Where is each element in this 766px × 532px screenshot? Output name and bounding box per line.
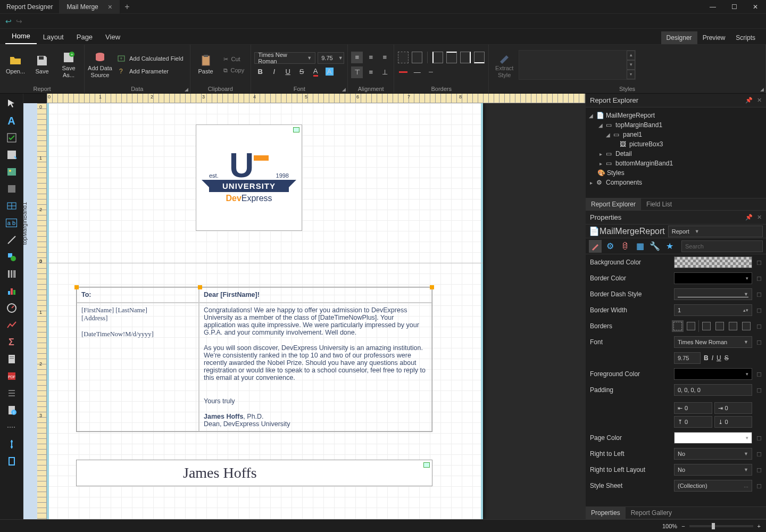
line-tool[interactable] [1, 232, 22, 248]
rtl-layout-select[interactable]: No▼ [674, 464, 752, 476]
border-width-button[interactable]: — [411, 66, 423, 78]
strike-button[interactable]: S [296, 66, 307, 78]
barcode-tool[interactable] [1, 266, 22, 282]
band-label-strip[interactable]: topMarginBand1 [23, 103, 37, 519]
align-left-button[interactable]: ≡ [351, 52, 363, 63]
data-group-launcher-icon[interactable]: ◢ [185, 87, 188, 92]
horizontal-ruler[interactable]: 012345678 [47, 94, 585, 103]
view-tab-designer[interactable]: Designer [661, 31, 697, 44]
character-comb-tool[interactable]: a b [1, 215, 22, 231]
vertical-ruler[interactable]: 01230123 [37, 103, 47, 519]
tab-properties[interactable]: Properties [586, 507, 626, 519]
panel-close-icon[interactable]: ✕ [757, 97, 762, 104]
logo-picturebox[interactable]: U est.1998 UNIVERSITY DevExpress [196, 124, 302, 231]
padding-top-input[interactable]: ⤒0 [674, 416, 712, 428]
maximize-button[interactable]: ☐ [723, 0, 745, 14]
to-label-cell[interactable]: To: [77, 287, 199, 303]
prop-border-top[interactable] [714, 320, 726, 332]
prop-border-left[interactable] [701, 320, 712, 332]
paste-button[interactable]: Paste [194, 54, 218, 74]
tree-node[interactable]: ▸▭Detail [588, 149, 764, 159]
object-type-select[interactable]: Report▼ [668, 226, 763, 237]
background-color-picker[interactable]: ▾ [674, 256, 752, 268]
padding-right-input[interactable]: ⇥0 [714, 402, 753, 414]
category-data-icon[interactable]: 🛢 [619, 240, 631, 253]
align-bottom-button[interactable]: ⊥ [379, 66, 390, 78]
prop-border-all[interactable] [685, 320, 697, 332]
undo-icon[interactable]: ↩ [5, 17, 12, 26]
gallery-up-icon[interactable]: ▲ [627, 51, 635, 60]
zoom-slider[interactable] [689, 525, 753, 527]
chart-tool[interactable] [1, 283, 22, 299]
prop-strike-toggle[interactable]: S [725, 354, 729, 362]
zoom-in-button[interactable]: + [757, 523, 761, 529]
report-explorer-tree[interactable]: ◢📄MailMergeReport ◢▭topMarginBand1 ◢▭pan… [586, 107, 766, 198]
extract-style-button[interactable]: Extract Style [492, 51, 517, 78]
minimize-button[interactable]: — [702, 0, 723, 14]
category-misc-icon[interactable]: 🔧 [648, 240, 661, 253]
align-top-button[interactable]: ⊤ [351, 66, 363, 78]
signature-picturebox[interactable]: James Hoffs [76, 460, 432, 486]
cut-button[interactable]: ✂Cut [220, 55, 248, 64]
save-button[interactable]: Save [30, 54, 54, 74]
align-middle-button[interactable]: ≡ [365, 66, 377, 78]
ribbon-tab-view[interactable]: View [99, 30, 127, 44]
tree-node-styles[interactable]: 🎨Styles [588, 168, 764, 178]
panel-tool[interactable] [1, 181, 22, 197]
rtl-select[interactable]: No▼ [674, 448, 752, 460]
shape-tool[interactable] [1, 249, 22, 265]
padding-bottom-input[interactable]: ⤓0 [714, 416, 753, 428]
highlight-button[interactable]: A [323, 66, 335, 78]
pin-icon[interactable]: 📌 [745, 97, 753, 104]
italic-button[interactable]: I [268, 66, 280, 78]
tree-node[interactable]: ◢▭panel1 [588, 130, 764, 139]
property-grid[interactable]: Background Color▾◻ Border Color▾◻ Border… [586, 254, 766, 506]
table-tool[interactable] [1, 198, 22, 214]
font-color-button[interactable]: A [310, 66, 321, 78]
label-tool[interactable]: A [1, 113, 22, 129]
category-appearance-icon[interactable] [589, 240, 602, 253]
align-right-button[interactable]: ≡ [379, 52, 390, 63]
save-as-button[interactable]: +Save As... [56, 51, 81, 78]
new-tab-button[interactable]: + [120, 2, 134, 12]
add-calculated-field-button[interactable]: +Add Calculated Field [114, 53, 187, 64]
dear-cell[interactable]: Dear [FirstName]! [199, 287, 432, 303]
gallery-down-icon[interactable]: ▼ [627, 60, 635, 70]
tab-report-explorer[interactable]: Report Explorer [586, 198, 641, 210]
ribbon-tab-layout[interactable]: Layout [37, 30, 70, 44]
styles-gallery[interactable]: ▲▼▾ [519, 50, 636, 80]
align-center-button[interactable]: ≡ [365, 52, 377, 63]
bold-button[interactable]: B [254, 66, 266, 78]
foreground-color-picker[interactable]: ▾ [674, 368, 752, 380]
body-cell[interactable]: Congratulations! We are happy to offer y… [199, 303, 432, 431]
tree-node[interactable]: ◢▭topMarginBand1 [588, 120, 764, 130]
address-cell[interactable]: [FirstName] [LastName] [Address] [DateTi… [77, 303, 199, 431]
border-left-button[interactable] [432, 52, 444, 63]
document-tab[interactable]: Mail Merge × [59, 0, 120, 14]
styles-group-launcher-icon[interactable]: ◢ [760, 87, 764, 92]
border-none-button[interactable] [397, 52, 409, 63]
pdf-content-tool[interactable]: PDF [1, 368, 22, 384]
crossband-line-tool[interactable] [1, 436, 22, 452]
border-right-button[interactable] [460, 52, 471, 63]
tree-node-report[interactable]: ◢📄MailMergeReport [588, 111, 764, 120]
view-tab-scripts[interactable]: Scripts [730, 31, 761, 44]
tree-node[interactable]: ▸▭bottomMarginBand1 [588, 159, 764, 168]
pivot-tool[interactable]: Σ [1, 334, 22, 350]
crossband-box-tool[interactable] [1, 453, 22, 469]
tab-close-icon[interactable]: × [108, 3, 112, 11]
page-color-picker[interactable]: ▾ [674, 432, 752, 444]
redo-icon[interactable]: ↪ [16, 17, 22, 26]
checkbox-tool[interactable] [1, 130, 22, 146]
tab-report-gallery[interactable]: Report Gallery [626, 507, 677, 519]
zoom-out-button[interactable]: − [681, 523, 685, 529]
font-group-launcher-icon[interactable]: ◢ [342, 87, 346, 92]
toc-tool[interactable] [1, 385, 22, 401]
report-page[interactable]: U est.1998 UNIVERSITY DevExpress [47, 103, 483, 519]
border-width-input[interactable]: 1▴▾ [674, 304, 752, 316]
ribbon-tab-page[interactable]: Page [70, 30, 99, 44]
gallery-more-icon[interactable]: ▾ [627, 70, 635, 79]
border-top-button[interactable] [446, 52, 457, 63]
subreport-tool[interactable] [1, 351, 22, 367]
prop-border-bottom[interactable] [740, 320, 752, 332]
